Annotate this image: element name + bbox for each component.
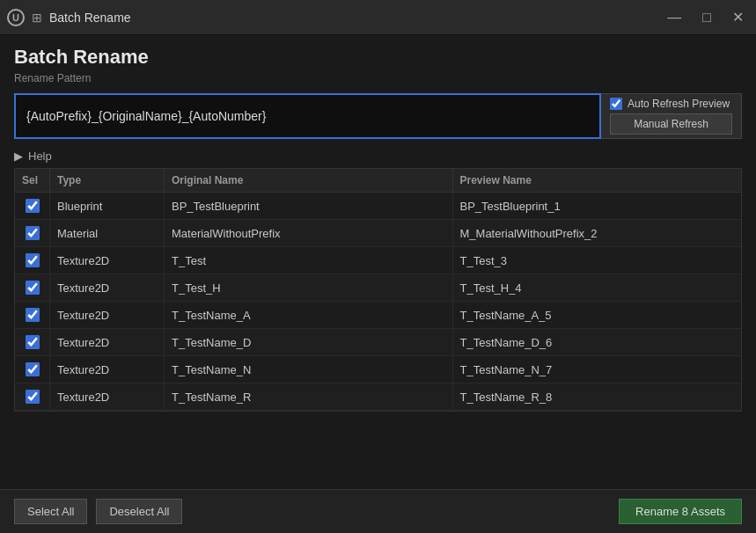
table-row: Material MaterialWithoutPrefix M_Materia… (15, 220, 741, 247)
row-preview-name-cell: T_TestName_D_6 (453, 329, 742, 355)
row-type-cell: Texture2D (50, 383, 165, 410)
table-row: Texture2D T_Test T_Test_3 (15, 247, 741, 274)
table-header: Sel Type Original Name Preview Name (15, 169, 741, 193)
row-original-name-cell: T_Test_H (165, 274, 453, 301)
table-row: Texture2D T_Test_H T_Test_H_4 (15, 274, 741, 302)
minimize-button[interactable]: — (662, 7, 686, 27)
table-body: Blueprint BP_TestBlueprint BP_TestBluepr… (15, 193, 741, 411)
rename-assets-button[interactable]: Rename 8 Assets (619, 499, 742, 524)
row-checkbox[interactable] (26, 335, 40, 349)
row-sel-cell (15, 329, 50, 355)
title-bar: U ⊞ Batch Rename — □ ✕ (0, 0, 756, 35)
deselect-all-button[interactable]: Deselect All (96, 499, 182, 524)
table-row: Texture2D T_TestName_D T_TestName_D_6 (15, 329, 741, 356)
row-sel-cell (15, 302, 50, 328)
col-type: Type (50, 169, 165, 192)
row-original-name-cell: T_TestName_D (165, 329, 453, 355)
col-preview-name: Preview Name (453, 169, 742, 192)
row-preview-name-cell: T_TestName_A_5 (453, 302, 742, 328)
row-type-cell: Texture2D (50, 247, 165, 274)
page-subtitle: Rename Pattern (14, 72, 742, 84)
row-preview-name-cell: T_TestName_N_7 (453, 356, 742, 383)
row-type-cell: Material (50, 220, 165, 246)
row-sel-cell (15, 220, 50, 246)
row-preview-name-cell: BP_TestBlueprint_1 (453, 193, 742, 219)
row-original-name-cell: BP_TestBlueprint (165, 193, 453, 219)
chevron-right-icon: ▶ (14, 150, 23, 163)
row-original-name-cell: T_TestName_N (165, 356, 453, 383)
col-sel: Sel (15, 169, 50, 192)
table-row: Texture2D T_TestName_N T_TestName_N_7 (15, 356, 741, 383)
table-row: Texture2D T_TestName_R T_TestName_R_8 (15, 383, 741, 411)
row-checkbox[interactable] (26, 253, 40, 267)
row-original-name-cell: MaterialWithoutPrefix (165, 220, 453, 246)
ue-logo-icon: U (7, 9, 25, 26)
row-sel-cell (15, 274, 50, 301)
manual-refresh-button[interactable]: Manual Refresh (610, 113, 732, 135)
row-preview-name-cell: T_TestName_R_8 (453, 383, 742, 410)
row-original-name-cell: T_TestName_R (165, 383, 453, 410)
row-type-cell: Texture2D (50, 329, 165, 355)
table-row: Texture2D T_TestName_A T_TestName_A_5 (15, 302, 741, 329)
close-button[interactable]: ✕ (727, 7, 749, 27)
window-icon: ⊞ (32, 11, 42, 25)
bottom-bar: Select All Deselect All Rename 8 Assets (0, 489, 756, 533)
row-checkbox[interactable] (26, 281, 40, 295)
row-type-cell: Texture2D (50, 302, 165, 328)
row-original-name-cell: T_Test (165, 247, 453, 274)
help-row[interactable]: ▶ Help (14, 146, 742, 168)
auto-refresh-checkbox[interactable] (610, 98, 622, 110)
row-preview-name-cell: T_Test_3 (453, 247, 742, 274)
row-checkbox[interactable] (26, 308, 40, 322)
row-preview-name-cell: M_MaterialWithoutPrefix_2 (453, 220, 742, 246)
rename-pattern-input[interactable] (14, 93, 601, 139)
row-sel-cell (15, 247, 50, 274)
window-title: Batch Rename (49, 11, 662, 25)
row-type-cell: Blueprint (50, 193, 165, 219)
select-all-button[interactable]: Select All (14, 499, 87, 524)
bottom-left-actions: Select All Deselect All (14, 499, 182, 524)
row-checkbox[interactable] (26, 390, 40, 404)
col-original-name: Original Name (165, 169, 453, 192)
page-title: Batch Rename (14, 46, 742, 69)
auto-refresh-label: Auto Refresh Preview (628, 98, 730, 110)
asset-table: Sel Type Original Name Preview Name Blue… (14, 168, 742, 412)
pattern-row: Auto Refresh Preview Manual Refresh (14, 93, 742, 139)
row-checkbox[interactable] (26, 226, 40, 240)
table-row: Blueprint BP_TestBlueprint BP_TestBluepr… (15, 193, 741, 220)
row-checkbox[interactable] (26, 362, 40, 376)
row-preview-name-cell: T_Test_H_4 (453, 274, 742, 301)
row-sel-cell (15, 193, 50, 219)
row-sel-cell (15, 383, 50, 410)
row-original-name-cell: T_TestName_A (165, 302, 453, 328)
auto-refresh-row: Auto Refresh Preview (610, 98, 732, 110)
maximize-button[interactable]: □ (697, 7, 716, 27)
row-sel-cell (15, 356, 50, 383)
row-type-cell: Texture2D (50, 356, 165, 383)
help-label: Help (28, 150, 52, 163)
window-controls: — □ ✕ (662, 7, 749, 27)
row-checkbox[interactable] (26, 199, 40, 213)
row-type-cell: Texture2D (50, 274, 165, 301)
pattern-options: Auto Refresh Preview Manual Refresh (601, 93, 742, 139)
main-content: Batch Rename Rename Pattern Auto Refresh… (0, 35, 756, 412)
